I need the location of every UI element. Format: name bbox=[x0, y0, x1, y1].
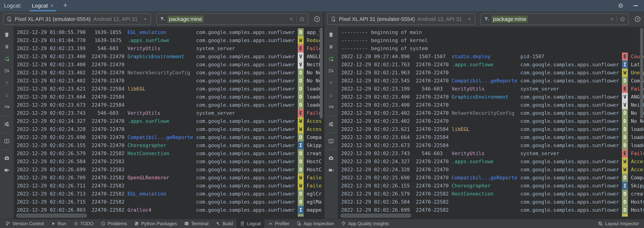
log-row[interactable]: 2022-12-29 02:02:26.69922470-22582com.go… bbox=[341, 206, 644, 214]
settings-gear-icon[interactable] bbox=[617, 2, 624, 9]
log-row[interactable]: 2022-12-29 02:02:21.96322470-22470com.go… bbox=[341, 69, 644, 77]
log-row[interactable]: 2022-12-29 02:02:24.32822470-22470com.go… bbox=[341, 166, 644, 174]
log-row[interactable]: --------- beginning of kernel bbox=[341, 36, 644, 44]
statusbar-item-logcat[interactable]: Logcat bbox=[236, 219, 264, 228]
log-row[interactable]: 2022-12-29 02:02:26.57922470-22582HostCo… bbox=[341, 190, 644, 198]
log-row[interactable]: 2022-12-29 02:02:26.71522470-22582com.go… bbox=[17, 198, 323, 206]
log-row[interactable]: 2022-12-29 02:02:23.40022470-22470Graphi… bbox=[17, 52, 323, 61]
tab-logcat[interactable]: Logcat × bbox=[28, 0, 57, 11]
configure-logcat-icon[interactable] bbox=[2, 119, 12, 130]
clear-filter-icon[interactable] bbox=[288, 16, 294, 22]
log-row[interactable]: 2022-12-29 01:00:55.7901639-1855EGL_emul… bbox=[17, 28, 323, 36]
hide-tool-window-icon[interactable] bbox=[632, 2, 639, 9]
clear-logcat-icon[interactable] bbox=[326, 29, 336, 40]
log-row[interactable]: 2022-12-29 02:02:25.69022470-22470Compat… bbox=[17, 133, 323, 141]
statusbar-item-app-quality-insights[interactable]: App Quality Insights bbox=[338, 219, 392, 228]
pause-logcat-icon[interactable] bbox=[326, 41, 336, 52]
statusbar-item-python-packages[interactable]: Python Packages bbox=[130, 219, 180, 228]
log-row[interactable]: 2022-12-29 02:02:23.40222470-22470Networ… bbox=[341, 109, 644, 117]
log-row[interactable]: 2022-12-29 02:02:23.40022470-22470com.go… bbox=[17, 61, 323, 69]
record-screen-icon[interactable] bbox=[2, 165, 12, 176]
statusbar-item-version-control[interactable]: Version Control bbox=[2, 219, 48, 228]
statusbar-item-build[interactable]: Build bbox=[212, 219, 236, 228]
soft-wrap-icon[interactable] bbox=[2, 102, 12, 113]
horizontal-scrollbar[interactable] bbox=[16, 214, 87, 218]
scroll-to-end-icon[interactable] bbox=[2, 66, 12, 76]
log-row[interactable]: --------- beginning of system bbox=[341, 44, 644, 52]
device-selector[interactable]: Pixel XL API 31 (emulator-5554)Android 1… bbox=[3, 13, 151, 25]
log-row[interactable]: 2022-12-29 02:02:26.70922470-22582OpenGL… bbox=[17, 174, 323, 182]
log-row[interactable]: 2022-12-29 02:02:26.71122470-22582com.go… bbox=[17, 182, 323, 190]
statusbar-item-problems[interactable]: Problems bbox=[97, 219, 131, 228]
log-row[interactable]: 2022-12-29 02:02:23.743546-603VerityUtil… bbox=[17, 109, 323, 117]
log-row[interactable]: 2022-12-29 02:02:23.40222470-22470com.go… bbox=[17, 77, 323, 85]
filter-funnel-icon[interactable] bbox=[159, 16, 165, 22]
log-row[interactable]: 2022-12-29 02:02:22.54522470-22470Compat… bbox=[341, 77, 644, 85]
log-row[interactable]: 2022-12-29 02:02:26.58422470-22582com.go… bbox=[341, 198, 644, 206]
log-row[interactable]: 2022-12-29 01:01:04.7701639-1675.apps.su… bbox=[17, 36, 323, 44]
vertical-scrollbar[interactable] bbox=[320, 28, 323, 119]
restart-logcat-icon[interactable] bbox=[326, 54, 336, 64]
take-screenshot-icon[interactable] bbox=[2, 153, 12, 163]
restart-logcat-icon[interactable] bbox=[2, 54, 12, 64]
log-row[interactable]: 2022-12-29 02:02:25.69022470-22470Compat… bbox=[341, 174, 644, 182]
log-row[interactable]: 2022-12-29 02:02:23.40222470-22470com.go… bbox=[341, 117, 644, 125]
log-row[interactable]: 2022-12-29 02:02:23.66422470-22584com.go… bbox=[17, 93, 323, 101]
filter-help-icon[interactable]: ? bbox=[314, 15, 320, 22]
log-row[interactable]: 2022-12-29 02:02:23.62122470-22584libEGL… bbox=[341, 125, 644, 133]
log-row[interactable]: 2022-12-29 02:02:26.58422470-22582com.go… bbox=[17, 158, 323, 166]
statusbar-item-app-inspection[interactable]: App Inspection bbox=[293, 219, 338, 228]
log-row[interactable]: 2022-12-29 02:02:26.57922470-22582HostCo… bbox=[17, 149, 323, 158]
filter-funnel-icon[interactable] bbox=[484, 16, 490, 22]
log-row[interactable]: 2022-12-28 09:27:44.8901507-1507studio.d… bbox=[341, 52, 644, 61]
previous-occurrence-icon[interactable] bbox=[326, 78, 336, 88]
log-row[interactable]: 2022-12-29 02:02:23.743546-603VerityUtil… bbox=[341, 149, 644, 158]
log-row[interactable]: 2022-12-29 02:02:23.40022470-22470Graphi… bbox=[341, 93, 644, 101]
log-row[interactable]: 2022-12-29 02:02:26.15522470-22470Choreo… bbox=[17, 141, 323, 149]
log-row[interactable]: 2022-12-29 02:02:23.66422470-22584com.go… bbox=[341, 133, 644, 141]
previous-occurrence-icon[interactable] bbox=[2, 78, 12, 88]
horizontal-scrollbar[interactable] bbox=[340, 214, 411, 218]
statusbar-item-profiler[interactable]: Profiler bbox=[264, 219, 293, 228]
configure-logcat-icon[interactable] bbox=[326, 119, 336, 130]
filter-input[interactable]: package:mine bbox=[156, 13, 308, 25]
favorite-star-icon[interactable] bbox=[299, 16, 305, 22]
statusbar-item-todo[interactable]: TODO bbox=[70, 219, 97, 228]
log-row[interactable]: 2022-12-29 02:02:26.69922470-22582com.go… bbox=[17, 166, 323, 174]
next-occurrence-icon[interactable] bbox=[326, 90, 336, 101]
log-row[interactable]: 2022-12-29 02:02:23.199546-603VerityUtil… bbox=[341, 85, 644, 93]
log-row[interactable]: 2022-12-29 02:02:21.76322470-22470.apps.… bbox=[341, 61, 644, 69]
log-row[interactable]: 2022-12-29 02:02:26.80322470-22582Grallo… bbox=[17, 206, 323, 214]
split-panels-icon[interactable] bbox=[2, 136, 12, 147]
statusbar-item-layout-inspector[interactable]: Layout Inspector bbox=[594, 219, 642, 228]
favorite-star-icon[interactable] bbox=[619, 16, 626, 22]
log-row[interactable]: 2022-12-29 02:02:23.67322470-22584com.go… bbox=[17, 101, 323, 109]
pause-logcat-icon[interactable] bbox=[2, 41, 12, 52]
soft-wrap-icon[interactable] bbox=[326, 102, 336, 113]
statusbar-item-terminal[interactable]: Terminal bbox=[180, 219, 212, 228]
new-tab-button[interactable]: + bbox=[63, 1, 68, 10]
log-row[interactable]: --------- beginning of main bbox=[341, 28, 644, 36]
log-row[interactable]: 2022-12-29 02:02:26.71322470-22582EGL_em… bbox=[17, 190, 323, 198]
take-screenshot-icon[interactable] bbox=[326, 153, 336, 163]
log-row[interactable]: 2022-12-29 02:02:23.40022470-22470com.go… bbox=[341, 101, 644, 109]
scroll-to-end-icon[interactable] bbox=[326, 66, 336, 76]
filter-input[interactable]: package:mine bbox=[480, 13, 628, 25]
log-row[interactable]: 2022-12-29 02:02:24.32722470-22470.apps.… bbox=[17, 117, 323, 125]
clear-filter-icon[interactable] bbox=[609, 16, 614, 22]
record-screen-icon[interactable] bbox=[326, 165, 336, 176]
tab-close-icon[interactable]: × bbox=[50, 3, 54, 8]
filter-help-icon[interactable]: ? bbox=[634, 15, 641, 22]
log-row[interactable]: 2022-12-29 02:02:26.15522470-22470Choreo… bbox=[341, 182, 644, 190]
log-row[interactable]: 2022-12-29 02:02:23.40222470-22470Networ… bbox=[17, 69, 323, 77]
device-selector[interactable]: Pixel XL API 31 (emulator-5554)Android 1… bbox=[327, 13, 475, 25]
log-row[interactable]: 2022-12-29 02:02:24.32722470-22470.apps.… bbox=[341, 158, 644, 166]
statusbar-item-run[interactable]: Run bbox=[48, 219, 70, 228]
log-row[interactable]: 2022-12-29 02:02:23.62122470-22584libEGL… bbox=[17, 85, 323, 93]
vertical-scrollbar[interactable] bbox=[640, 28, 643, 119]
next-occurrence-icon[interactable] bbox=[2, 90, 12, 101]
log-row[interactable]: 2022-12-29 02:02:23.199546-603VerityUtil… bbox=[17, 44, 323, 52]
log-row[interactable]: 2022-12-29 02:02:23.67322470-22584com.go… bbox=[341, 141, 644, 149]
log-row[interactable]: 2022-12-29 02:02:24.32822470-22470com.go… bbox=[17, 125, 323, 133]
split-panels-icon[interactable] bbox=[326, 136, 336, 147]
